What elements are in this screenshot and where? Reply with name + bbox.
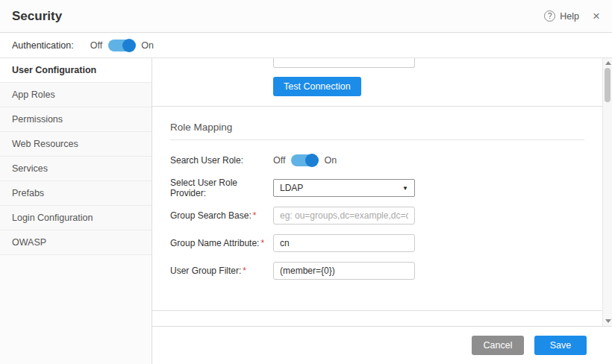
provider-label: Select User Role Provider:: [170, 178, 273, 198]
group-name-attribute-input[interactable]: [273, 234, 415, 252]
user-group-filter-label: User Group Filter:*: [170, 266, 273, 276]
user-group-filter-input[interactable]: [273, 262, 415, 280]
close-icon[interactable]: ×: [593, 10, 600, 22]
user-group-filter-control: [273, 262, 415, 280]
sidebar-item-prefabs[interactable]: Prefabs: [0, 181, 152, 206]
scroll-up-icon[interactable]: [605, 61, 611, 65]
search-user-role-off-label: Off: [273, 155, 285, 166]
search-user-role-toggle[interactable]: [291, 154, 318, 166]
search-user-role-row: Search User Role: Off On: [170, 151, 584, 170]
sidebar-item-login-configuration[interactable]: Login Configuration: [0, 206, 152, 230]
vertical-scrollbar[interactable]: [602, 58, 612, 326]
label-text: User Group Filter:: [170, 266, 241, 276]
help-link[interactable]: Help: [560, 11, 579, 22]
clipped-input-field[interactable]: [273, 58, 415, 68]
authentication-off-label: Off: [90, 40, 102, 51]
content-panel: Test Connection Role Mapping Search User…: [152, 58, 612, 364]
provider-control: LDAP ▼: [273, 179, 415, 197]
scrollable-form: Test Connection Role Mapping Search User…: [152, 58, 612, 326]
toggle-knob: [305, 154, 319, 167]
label-text: Group Search Base:: [170, 210, 252, 221]
group-search-base-label: Group Search Base:*: [170, 210, 273, 221]
dialog-header: Security ? Help ×: [0, 0, 612, 33]
provider-selected-value: LDAP: [280, 183, 303, 193]
authentication-toggle[interactable]: [108, 40, 135, 51]
chevron-down-icon: ▼: [402, 185, 408, 192]
group-name-attribute-row: Group Name Attribute:*: [170, 233, 584, 253]
group-name-attribute-control: [273, 234, 415, 252]
required-marker: *: [253, 210, 257, 221]
provider-select[interactable]: LDAP ▼: [273, 179, 415, 197]
main-area: User Configuration App Roles Permissions…: [0, 58, 612, 364]
required-marker: *: [260, 238, 264, 248]
save-button[interactable]: Save: [534, 336, 587, 355]
user-group-filter-row: User Group Filter:*: [170, 261, 584, 280]
scroll-down-icon[interactable]: [605, 319, 611, 323]
scrollbar-thumb[interactable]: [605, 68, 611, 102]
role-mapping-section: Role Mapping Search User Role: Off On Se…: [152, 122, 602, 280]
help-icon[interactable]: ?: [544, 10, 555, 22]
sidebar: User Configuration App Roles Permissions…: [0, 58, 152, 364]
search-user-role-control: Off On: [273, 154, 337, 166]
page-title: Security: [12, 9, 62, 24]
role-mapping-title: Role Mapping: [170, 122, 584, 133]
sidebar-item-services[interactable]: Services: [0, 157, 152, 181]
authentication-label: Authentication:: [12, 40, 74, 51]
group-search-base-control: [273, 207, 415, 225]
group-search-base-input[interactable]: [273, 207, 415, 225]
connection-block: Test Connection: [152, 58, 602, 96]
section-separator: [152, 106, 602, 107]
authentication-on-label: On: [141, 40, 154, 51]
search-user-role-label: Search User Role:: [170, 155, 273, 166]
sidebar-item-web-resources[interactable]: Web Resources: [0, 132, 152, 157]
group-name-attribute-label: Group Name Attribute:*: [170, 238, 273, 248]
search-user-role-on-label: On: [324, 155, 337, 166]
toggle-knob: [122, 39, 136, 52]
sidebar-item-user-configuration[interactable]: User Configuration: [0, 58, 152, 83]
form-footer: Cancel Save: [152, 326, 612, 364]
sidebar-item-permissions[interactable]: Permissions: [0, 107, 152, 132]
provider-row: Select User Role Provider: LDAP ▼: [170, 178, 584, 198]
sidebar-item-owasp[interactable]: OWASP: [0, 230, 152, 255]
sidebar-item-app-roles[interactable]: App Roles: [0, 83, 152, 107]
test-connection-button[interactable]: Test Connection: [273, 77, 361, 96]
panel-bottom-border: [152, 310, 602, 311]
required-marker: *: [243, 266, 246, 276]
cancel-button[interactable]: Cancel: [472, 336, 524, 355]
group-search-base-row: Group Search Base:*: [170, 206, 584, 225]
authentication-row: Authentication: Off On: [0, 33, 612, 58]
role-mapping-divider: [170, 139, 584, 140]
label-text: Group Name Attribute:: [170, 238, 259, 248]
header-actions: ? Help ×: [544, 10, 600, 22]
